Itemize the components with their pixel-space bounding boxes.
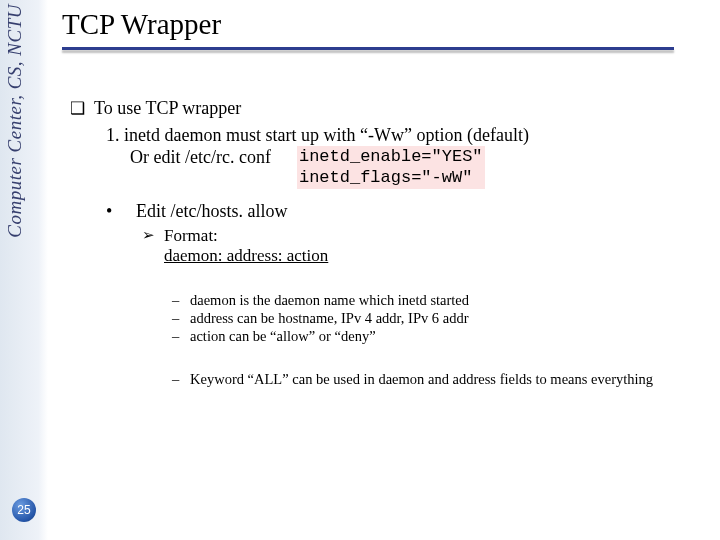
- slide-content: TCP Wrapper ❑ To use TCP wrapper 1. inet…: [62, 8, 710, 388]
- code-line: inetd_flags="-wW": [299, 167, 483, 188]
- dash-bullet-icon: –: [172, 328, 190, 345]
- slide-title: TCP Wrapper: [62, 8, 710, 43]
- org-label: Computer Center, CS, NCTU: [4, 4, 26, 238]
- format-underline: daemon: address: action: [164, 246, 328, 265]
- format-label: Format:: [164, 226, 218, 245]
- step-1-line-b: Or edit /etc/rc. conf: [130, 147, 271, 168]
- bullet-level4: – daemon is the daemon name which inetd …: [172, 292, 710, 309]
- arrow-bullet-icon: ➢: [142, 226, 164, 266]
- bullet-text: Edit /etc/hosts. allow: [136, 201, 287, 222]
- bullet-text: address can be hostname, IPv 4 addr, IPv…: [190, 310, 468, 327]
- code-snippet: inetd_enable="YES" inetd_flags="-wW": [297, 146, 485, 189]
- bullet-text: action can be “allow” or “deny”: [190, 328, 376, 345]
- bullet-level2: • Edit /etc/hosts. allow: [106, 201, 710, 222]
- bullet-level1: ❑ To use TCP wrapper: [70, 98, 710, 119]
- dash-bullet-icon: –: [172, 292, 190, 309]
- bullet-text: To use TCP wrapper: [94, 98, 241, 119]
- sidebar: Computer Center, CS, NCTU 25: [0, 0, 48, 540]
- title-underline: [62, 47, 674, 50]
- format-block: Format: daemon: address: action: [164, 226, 328, 266]
- bullet-text: daemon is the daemon name which inetd st…: [190, 292, 469, 309]
- square-bullet-icon: ❑: [70, 98, 94, 119]
- page-number-badge: 25: [12, 498, 36, 522]
- step-1-line-a: 1. inetd daemon must start up with “-Ww”…: [106, 125, 710, 146]
- dash-bullet-icon: –: [172, 371, 190, 388]
- dash-bullet-icon: –: [172, 310, 190, 327]
- bullet-level4: – action can be “allow” or “deny”: [172, 328, 710, 345]
- bullet-text: Keyword “ALL” can be used in daemon and …: [190, 371, 653, 388]
- bullet-level3: ➢ Format: daemon: address: action: [142, 226, 710, 266]
- dot-bullet-icon: •: [106, 201, 136, 222]
- bullet-level4: – Keyword “ALL” can be used in daemon an…: [172, 371, 710, 388]
- code-line: inetd_enable="YES": [299, 146, 483, 167]
- slide-body: ❑ To use TCP wrapper 1. inetd daemon mus…: [62, 98, 710, 388]
- bullet-level4: – address can be hostname, IPv 4 addr, I…: [172, 310, 710, 327]
